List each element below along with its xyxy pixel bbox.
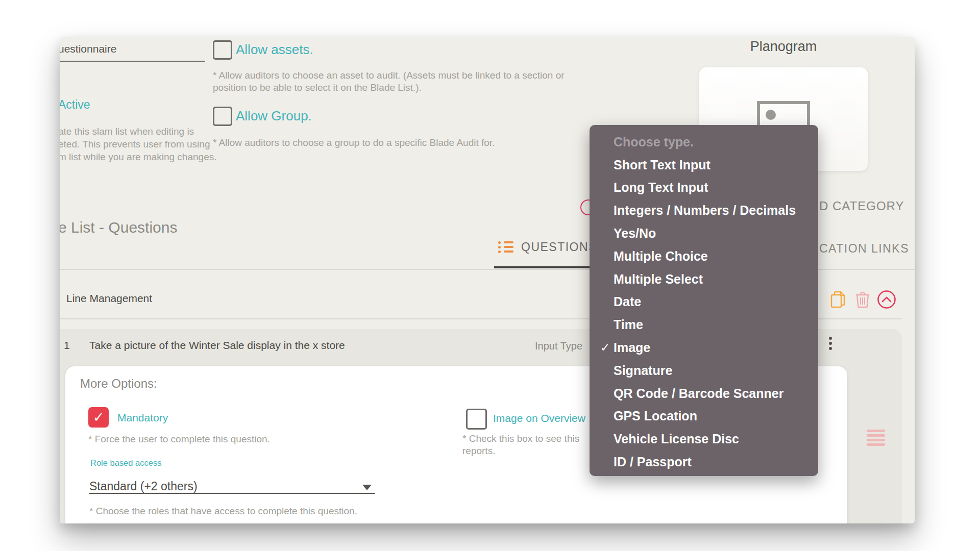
questionnaire-field-value[interactable]: uestionnaire <box>60 43 116 55</box>
questions-list-icon <box>498 241 513 254</box>
image-overview-label[interactable]: Image on Overview <box>493 412 585 424</box>
mandatory-checkbox[interactable]: ✓ <box>88 407 109 428</box>
question-text[interactable]: Take a picture of the Winter Sale displa… <box>89 339 345 352</box>
collapse-section-icon[interactable] <box>877 290 896 309</box>
checkmark-icon: ✓ <box>93 410 105 425</box>
role-select-underline <box>89 493 375 494</box>
page-title: e List - Questions <box>60 219 177 236</box>
question-number: 1 <box>64 339 70 352</box>
dropdown-option-gps[interactable]: GPS Location <box>590 405 818 428</box>
image-overview-checkbox[interactable] <box>466 409 487 430</box>
role-access-label: Role based access <box>90 458 161 468</box>
mandatory-label[interactable]: Mandatory <box>117 412 168 424</box>
more-options-title: More Options: <box>80 377 157 391</box>
role-select-value[interactable]: Standard (+2 others) <box>89 480 198 493</box>
dropdown-header: Choose type. <box>590 131 818 154</box>
group-name-label[interactable]: Line Management <box>66 292 152 305</box>
tab-location-links[interactable]: CATION LINKS <box>819 242 909 256</box>
dropdown-option-signature[interactable]: Signature <box>590 359 818 382</box>
duplicate-icon[interactable] <box>830 291 846 308</box>
allow-group-note: * Allow auditors to choose a group to do… <box>213 137 601 149</box>
screen: uestionnaire Active ate this slam list w… <box>0 0 980 551</box>
tab-questions[interactable]: QUESTIONS <box>521 240 597 254</box>
dropdown-option-vehicle-disc[interactable]: Vehicle License Disc <box>590 428 818 450</box>
select-caret-icon[interactable] <box>362 485 372 490</box>
allow-group-checkbox[interactable] <box>213 107 232 126</box>
allow-assets-note: * Allow auditors to choose an asset to a… <box>213 69 570 94</box>
dropdown-option-id-passport[interactable]: ID / Passport <box>590 450 818 473</box>
role-access-note: * Choose the roles that have access to c… <box>89 505 357 517</box>
delete-icon[interactable] <box>855 291 870 308</box>
allow-assets-checkbox[interactable] <box>213 40 232 60</box>
dropdown-option-yes-no[interactable]: Yes/No <box>590 222 818 245</box>
dropdown-option-long-text[interactable]: Long Text Input <box>590 177 818 199</box>
dropdown-option-qr-barcode[interactable]: QR Code / Barcode Scanner <box>590 382 818 405</box>
input-type-dropdown: Choose type. Short Text Input Long Text … <box>590 125 818 476</box>
planogram-title: Planogram <box>699 39 868 55</box>
dropdown-option-date[interactable]: Date <box>590 291 818 314</box>
drag-handle-icon[interactable] <box>867 430 885 448</box>
active-tab-underline <box>494 266 597 268</box>
mandatory-note: * Force the user to complete this questi… <box>88 433 270 445</box>
dropdown-option-multiple-select[interactable]: Multiple Select <box>590 268 818 291</box>
allow-group-label[interactable]: Allow Group. <box>236 108 312 124</box>
allow-assets-label[interactable]: Allow assets. <box>236 42 313 58</box>
dropdown-option-short-text[interactable]: Short Text Input <box>590 154 818 177</box>
selected-check-icon: ✓ <box>600 341 610 355</box>
questionnaire-field-underline <box>60 61 205 62</box>
dropdown-option-multiple-choice[interactable]: Multiple Choice <box>590 245 818 268</box>
dropdown-option-numbers[interactable]: Integers / Numbers / Decimals <box>590 199 818 222</box>
active-note: ate this slam list when editing is eted.… <box>60 125 216 163</box>
active-toggle-label[interactable]: Active <box>60 98 90 112</box>
dropdown-option-time[interactable]: Time <box>590 313 818 336</box>
dropdown-option-image[interactable]: ✓ Image <box>590 336 818 359</box>
input-type-label: Input Type <box>535 340 582 352</box>
add-category-button[interactable]: D CATEGORY <box>819 199 904 213</box>
question-menu-icon[interactable] <box>829 337 833 352</box>
